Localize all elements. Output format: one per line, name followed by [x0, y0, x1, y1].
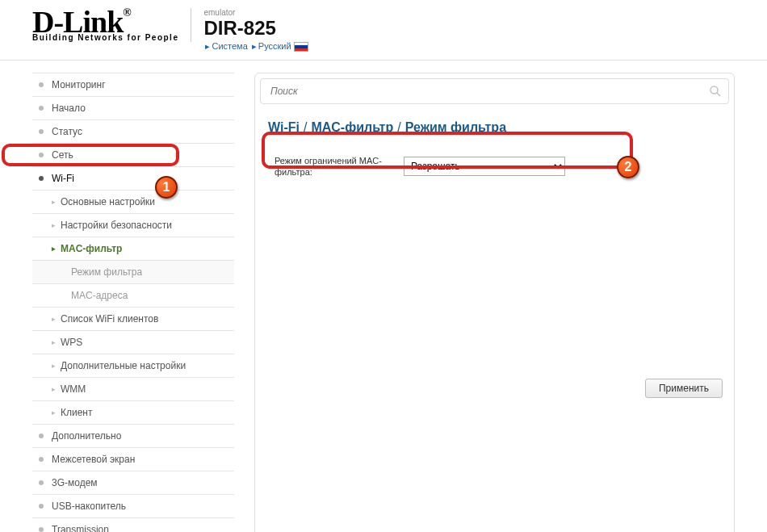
nav-wifi[interactable]: Wi-Fi — [32, 167, 234, 191]
nav-3g-modem[interactable]: 3G-модем — [32, 471, 234, 495]
title-area: emulator DIR-825 ▸Система ▸Русский — [191, 8, 308, 52]
nav-network[interactable]: Сеть — [32, 144, 234, 167]
nav-firewall[interactable]: Межсетевой экран — [32, 448, 234, 471]
logo-text: D-Link® — [32, 8, 178, 36]
nav-wifi-clients[interactable]: ▸Список WiFi клиентов — [32, 308, 234, 331]
nav-wifi-security[interactable]: ▸Настройки безопасности — [32, 214, 234, 237]
nav-wifi-mac-filter-mode[interactable]: Режим фильтра — [32, 261, 234, 284]
sidebar: Мониторинг Начало Статус Сеть Wi-Fi ▸Осн… — [32, 73, 234, 532]
search-input[interactable] — [267, 82, 709, 100]
logo: D-Link® Building Networks for People — [32, 8, 191, 42]
header: D-Link® Building Networks for People emu… — [0, 0, 767, 61]
nav-transmission[interactable]: Transmission — [32, 518, 234, 532]
nav-wifi-wps[interactable]: ▸WPS — [32, 331, 234, 354]
nav-wifi-mac-filter[interactable]: ▸MAC-фильтр — [32, 237, 234, 261]
model-name: DIR-825 — [203, 17, 308, 40]
page-title: Wi-Fi/MAC-фильтр/Режим фильтра — [260, 116, 729, 147]
nav-monitoring[interactable]: Мониторинг — [32, 73, 234, 97]
nav-wifi-client[interactable]: ▸Клиент — [32, 401, 234, 425]
emulator-label: emulator — [203, 8, 308, 17]
nav-wifi-basic[interactable]: ▸Основные настройки — [32, 191, 234, 214]
bc-lang[interactable]: Русский — [258, 41, 291, 51]
nav-usb[interactable]: USB-накопитель — [32, 495, 234, 518]
annotation-number-2: 2 — [617, 156, 639, 178]
search-icon — [709, 85, 722, 98]
mac-filter-mode-select[interactable]: Разрешать — [404, 157, 565, 176]
flag-icon[interactable] — [294, 42, 308, 52]
mac-filter-mode-row: Режим ограничений MAC-фильтра: Разрешать — [260, 147, 729, 186]
nav-advanced[interactable]: Дополнительно — [32, 425, 234, 448]
search-box[interactable] — [260, 78, 729, 104]
nav-status[interactable]: Статус — [32, 120, 234, 144]
svg-point-0 — [710, 86, 718, 94]
bc-system[interactable]: Система — [212, 41, 247, 51]
logo-tagline: Building Networks for People — [32, 33, 178, 42]
annotation-number-1: 1 — [155, 176, 178, 199]
nav-wifi-wmm[interactable]: ▸WMM — [32, 378, 234, 401]
nav-start[interactable]: Начало — [32, 97, 234, 120]
svg-line-1 — [717, 93, 720, 96]
apply-button[interactable]: Применить — [645, 379, 723, 398]
nav-wifi-advanced[interactable]: ▸Дополнительные настройки — [32, 354, 234, 378]
main-panel: Wi-Fi/MAC-фильтр/Режим фильтра Режим огр… — [254, 73, 735, 532]
nav-wifi-mac-addresses[interactable]: MAC-адреса — [32, 284, 234, 308]
mac-filter-mode-label: Режим ограничений MAC-фильтра: — [275, 155, 388, 178]
header-breadcrumb: ▸Система ▸Русский — [203, 41, 308, 52]
